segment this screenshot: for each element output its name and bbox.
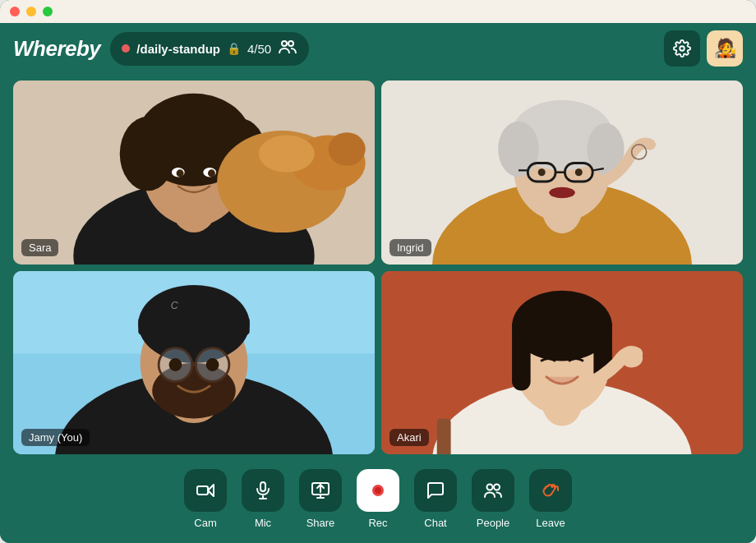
svg-rect-42: [138, 316, 249, 335]
mic-label: Mic: [255, 517, 271, 529]
svg-point-70: [375, 487, 381, 494]
video-tile-jamy: C Jamy (You): [13, 271, 375, 455]
title-bar: [0, 0, 756, 23]
svg-rect-62: [260, 482, 265, 491]
chat-label: Chat: [424, 517, 446, 529]
video-tile-ingrid: Ingrid: [381, 81, 743, 265]
room-name: /daily-standup: [136, 42, 220, 56]
people-label: People: [477, 517, 509, 529]
video-label-ingrid: Ingrid: [390, 239, 431, 256]
svg-point-10: [148, 104, 194, 156]
chat-button[interactable]: Chat: [409, 469, 462, 529]
video-label-sara: Sara: [21, 239, 58, 256]
svg-rect-60: [197, 486, 208, 495]
maximize-button[interactable]: [43, 7, 53, 16]
svg-point-72: [494, 484, 500, 490]
svg-point-0: [282, 41, 287, 46]
minimize-button[interactable]: [26, 7, 36, 16]
svg-rect-59: [437, 418, 451, 454]
header: Whereby /daily-standup 🔒 4/50: [0, 23, 756, 74]
svg-point-49: [169, 358, 182, 371]
svg-point-18: [177, 169, 184, 177]
svg-point-14: [329, 132, 366, 166]
live-indicator: [122, 44, 130, 53]
close-button[interactable]: [10, 7, 20, 16]
people-icon: [472, 469, 514, 512]
svg-point-11: [196, 103, 237, 149]
mic-button[interactable]: Mic: [237, 469, 289, 529]
chat-icon: [414, 469, 457, 512]
video-tile-sara: Sara: [13, 81, 375, 265]
leave-icon: [529, 469, 572, 512]
participant-count: 4/50: [247, 42, 271, 56]
video-grid: Sara: [0, 74, 756, 461]
cam-icon: [184, 469, 227, 512]
lock-icon: 🔒: [227, 42, 241, 55]
svg-point-45: [157, 375, 231, 416]
svg-rect-56: [512, 316, 531, 390]
svg-point-19: [208, 169, 215, 177]
share-button[interactable]: Share: [294, 469, 347, 529]
rec-icon: [357, 469, 399, 512]
video-label-jamy: Jamy (You): [21, 429, 90, 446]
svg-point-71: [487, 484, 493, 490]
leave-button[interactable]: Leave: [524, 469, 577, 529]
rec-button[interactable]: Rec: [352, 469, 404, 529]
svg-text:C: C: [171, 300, 179, 311]
svg-point-33: [575, 168, 583, 176]
app-window: Whereby /daily-standup 🔒 4/50: [0, 0, 756, 543]
svg-point-15: [259, 136, 315, 173]
svg-marker-61: [208, 485, 214, 496]
video-tile-akari: Akari: [381, 271, 743, 455]
user-avatar-button[interactable]: 🧑‍🎤: [707, 30, 743, 67]
svg-point-1: [288, 41, 293, 46]
toolbar: Cam Mic: [0, 461, 756, 543]
people-icon: [278, 37, 297, 61]
svg-point-25: [498, 122, 539, 177]
svg-point-34: [549, 187, 575, 199]
cam-label: Cam: [194, 517, 216, 529]
app-logo: Whereby: [13, 36, 100, 62]
svg-point-58: [620, 348, 643, 367]
settings-button[interactable]: [664, 30, 700, 67]
leave-label: Leave: [536, 517, 565, 529]
people-button[interactable]: People: [467, 469, 519, 529]
cam-button[interactable]: Cam: [179, 469, 232, 529]
share-label: Share: [307, 517, 335, 529]
video-label-akari: Akari: [390, 429, 429, 446]
rec-label: Rec: [368, 517, 387, 529]
svg-point-2: [680, 46, 685, 51]
share-icon: [299, 469, 342, 512]
svg-point-50: [206, 358, 219, 371]
room-badge[interactable]: /daily-standup 🔒 4/50: [110, 32, 309, 66]
mic-icon: [242, 469, 284, 512]
svg-point-32: [538, 168, 546, 176]
